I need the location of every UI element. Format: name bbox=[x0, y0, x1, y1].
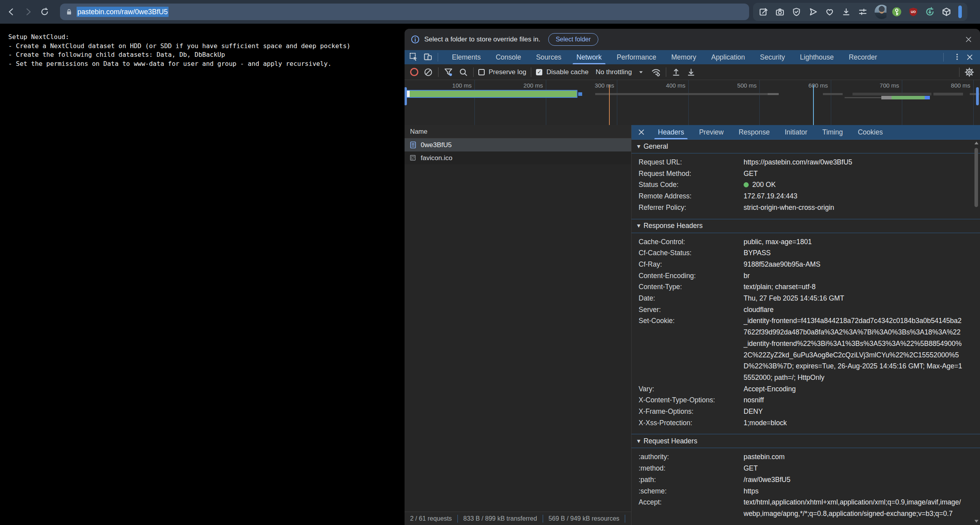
tab-elements[interactable]: Elements bbox=[444, 50, 488, 64]
header-key: Referrer Policy: bbox=[639, 202, 744, 213]
preserve-log-checkbox[interactable] bbox=[478, 69, 485, 75]
tab-recorder[interactable]: Recorder bbox=[841, 50, 884, 64]
separator bbox=[625, 515, 625, 523]
settings-gear-icon[interactable] bbox=[964, 67, 974, 77]
key-extension-icon[interactable] bbox=[892, 7, 901, 17]
header-key: Content-Encoding: bbox=[639, 270, 744, 282]
header-value: DENY bbox=[744, 406, 963, 417]
send-icon[interactable] bbox=[808, 7, 818, 17]
inspect-element-icon[interactable] bbox=[409, 52, 419, 62]
forward-icon[interactable] bbox=[23, 7, 33, 17]
header-row: :authority:pastebin.com bbox=[631, 451, 980, 463]
waterfall-bar bbox=[933, 93, 963, 95]
selected-request-bar[interactable] bbox=[405, 90, 577, 98]
header-value: https://pastebin.com/raw/0we3BfU5 bbox=[744, 157, 963, 168]
section-title: General bbox=[643, 142, 668, 151]
clear-icon[interactable] bbox=[423, 67, 433, 77]
detail-tab-headers[interactable]: Headers bbox=[650, 125, 691, 139]
sync-extension-icon[interactable] bbox=[925, 7, 935, 17]
network-overview-timeline[interactable]: 100 ms200 ms300 ms400 ms500 ms600 ms700 … bbox=[405, 80, 980, 125]
devtools-menu-icon[interactable] bbox=[953, 52, 963, 62]
header-value: Thu, 27 Feb 2025 14:45:16 GMT bbox=[744, 293, 963, 304]
detail-tab-cookies[interactable]: Cookies bbox=[850, 125, 890, 139]
shield-icon[interactable] bbox=[792, 7, 801, 17]
request-row[interactable]: 0we3BfU5 bbox=[405, 138, 631, 151]
devtools-close-icon[interactable] bbox=[965, 52, 974, 62]
device-toolbar-icon[interactable] bbox=[423, 52, 433, 62]
load-event-marker bbox=[609, 85, 610, 125]
timeline-gridline bbox=[546, 80, 546, 125]
header-key: Content-Type: bbox=[639, 281, 744, 293]
cube-extension-icon[interactable] bbox=[942, 7, 951, 17]
camera-icon[interactable] bbox=[775, 7, 785, 17]
tab-memory[interactable]: Memory bbox=[664, 50, 704, 64]
header-key: Remote Address: bbox=[639, 191, 744, 202]
header-key: Date: bbox=[639, 293, 744, 304]
lock-icon[interactable] bbox=[66, 8, 73, 15]
section-header[interactable]: ▼General bbox=[631, 139, 980, 153]
overview-right-handle[interactable] bbox=[976, 87, 979, 105]
compose-icon[interactable] bbox=[759, 7, 768, 17]
network-conditions-icon[interactable] bbox=[651, 67, 661, 77]
chevron-down-icon: ▼ bbox=[637, 223, 640, 228]
detail-tab-timing[interactable]: Timing bbox=[815, 125, 851, 139]
section-header[interactable]: ▼Request Headers bbox=[631, 434, 980, 448]
waterfall-bar bbox=[845, 97, 882, 98]
throttling-dropdown[interactable]: No throttling bbox=[596, 67, 646, 77]
ublock-extension-icon[interactable]: UO bbox=[909, 7, 918, 17]
disable-cache-checkbox[interactable]: ✓ bbox=[536, 69, 542, 75]
browser-window: pastebin.com/raw/0we3BfU5 UO Setup NextC… bbox=[0, 0, 980, 525]
tab-lighthouse[interactable]: Lighthouse bbox=[793, 50, 841, 64]
scroll-up-arrow[interactable] bbox=[974, 142, 978, 144]
detail-tab-preview[interactable]: Preview bbox=[691, 125, 731, 139]
detail-close-icon[interactable] bbox=[637, 128, 646, 136]
summary-item: 569 B / 949 kB resources bbox=[543, 515, 625, 522]
header-row: Status Code:200 OK bbox=[631, 179, 980, 191]
header-key: Request Method: bbox=[639, 168, 744, 179]
header-key: Request URL: bbox=[639, 157, 744, 168]
search-icon[interactable] bbox=[458, 67, 468, 77]
tab-network[interactable]: Network bbox=[569, 50, 609, 64]
waterfall-bar bbox=[881, 96, 892, 99]
scrollbar[interactable] bbox=[974, 141, 979, 523]
header-key: Cf-Cache-Status: bbox=[639, 247, 744, 259]
tab-application[interactable]: Application bbox=[704, 50, 753, 64]
download-icon[interactable] bbox=[841, 7, 851, 17]
timeline-tick-label: 500 ms bbox=[737, 82, 759, 89]
overview-left-handle[interactable] bbox=[405, 87, 407, 105]
waterfall-bar bbox=[892, 96, 925, 99]
filter-icon[interactable] bbox=[443, 67, 453, 77]
header-row: Cache-Control:public, max-age=1801 bbox=[631, 236, 980, 248]
export-har-icon[interactable] bbox=[686, 67, 696, 77]
detail-tab-response[interactable]: Response bbox=[731, 125, 777, 139]
panel-indicator bbox=[958, 6, 962, 18]
header-value: pastebin.com bbox=[744, 451, 963, 463]
status-ok-dot bbox=[744, 182, 749, 187]
section-header[interactable]: ▼Response Headers bbox=[631, 219, 980, 233]
request-row[interactable]: favicon.ico bbox=[405, 151, 631, 164]
url-text[interactable]: pastebin.com/raw/0we3BfU5 bbox=[77, 8, 169, 16]
heart-icon[interactable] bbox=[825, 7, 834, 17]
sliders-icon[interactable] bbox=[858, 7, 868, 17]
header-row: :scheme:https bbox=[631, 486, 980, 497]
tab-performance[interactable]: Performance bbox=[609, 50, 664, 64]
reload-icon[interactable] bbox=[39, 7, 50, 17]
record-button[interactable] bbox=[410, 68, 418, 76]
import-har-icon[interactable] bbox=[671, 67, 681, 77]
back-icon[interactable] bbox=[6, 7, 17, 17]
request-list-header[interactable]: Name bbox=[405, 125, 631, 138]
timeline-tick-label: 200 ms bbox=[523, 82, 545, 89]
header-value: cloudflare bbox=[744, 304, 963, 316]
timeline-gridline bbox=[759, 80, 760, 125]
url-bar[interactable]: pastebin.com/raw/0we3BfU5 bbox=[60, 4, 749, 20]
header-value: br bbox=[744, 270, 963, 282]
tab-sources[interactable]: Sources bbox=[528, 50, 569, 64]
scroll-down-arrow[interactable] bbox=[974, 520, 978, 523]
header-value: 172.67.19.24:443 bbox=[744, 191, 963, 202]
scrollbar-thumb[interactable] bbox=[974, 148, 978, 207]
tab-console[interactable]: Console bbox=[488, 50, 528, 64]
select-folder-button[interactable]: Select folder bbox=[548, 33, 598, 46]
infobar-close-icon[interactable] bbox=[964, 35, 973, 44]
detail-tab-initiator[interactable]: Initiator bbox=[777, 125, 815, 139]
tab-security[interactable]: Security bbox=[753, 50, 793, 64]
